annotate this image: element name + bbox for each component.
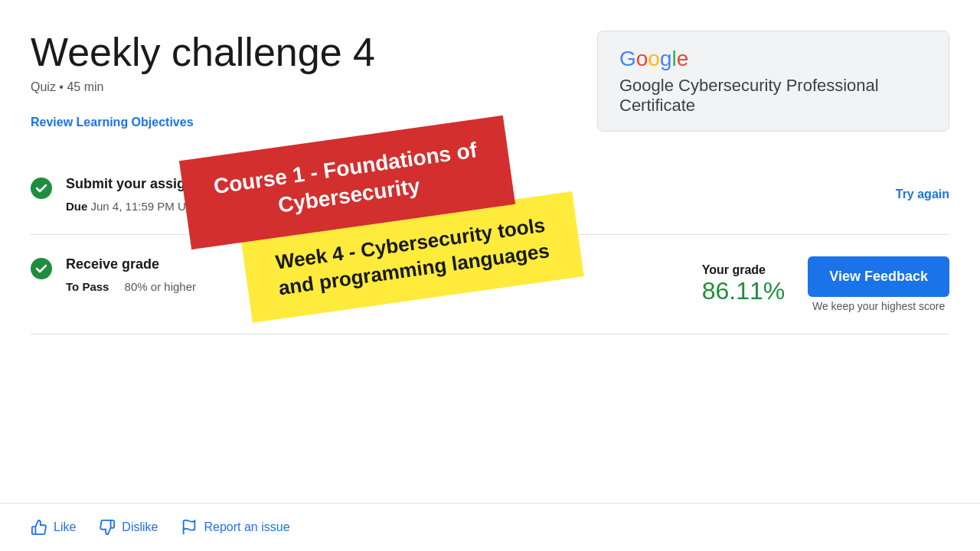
google-letter-g2: g xyxy=(660,47,672,70)
to-pass-value: 80% or higher xyxy=(125,280,196,293)
attempts-label-wrapper: Attempts 3 xyxy=(220,200,279,213)
grade-content: Receive grade To Pass 80% or higher xyxy=(66,256,702,293)
google-letter-g: G xyxy=(619,47,636,70)
attempts-label: Attempts xyxy=(220,200,270,213)
grade-row: Receive grade To Pass 80% or higher Your… xyxy=(31,235,949,334)
checkmark-svg xyxy=(35,182,47,194)
google-letter-e: e xyxy=(677,47,689,70)
report-label: Report an issue xyxy=(204,520,289,534)
google-logo: Google xyxy=(619,47,924,71)
page-container: Weekly challenge 4 Quiz • 45 min Review … xyxy=(0,0,980,551)
grade-check-icon xyxy=(31,258,52,279)
grade-checkmark-svg xyxy=(35,262,47,275)
high-score-note: We keep your highest score xyxy=(812,300,945,312)
submit-check-icon xyxy=(31,178,52,199)
to-pass-label: To Pass xyxy=(66,280,109,293)
like-label: Like xyxy=(54,520,76,534)
thumbs-up-icon xyxy=(31,519,47,536)
assignment-meta: Due Jun 4, 11:59 PM UTC Attempts 3 xyxy=(66,200,896,213)
to-pass-area: To Pass 80% or higher xyxy=(66,280,702,293)
assignment-title: Submit your assignment xyxy=(66,176,896,192)
flag-icon xyxy=(181,519,198,536)
assignment-row: Submit your assignment Due Jun 4, 11:59 … xyxy=(31,155,949,235)
dislike-button[interactable]: Dislike xyxy=(99,519,158,536)
review-learning-objectives-link[interactable]: Review Learning Objectives xyxy=(31,116,194,129)
report-issue-button[interactable]: Report an issue xyxy=(181,519,289,536)
assignment-content: Submit your assignment Due Jun 4, 11:59 … xyxy=(66,176,896,213)
grade-section: Your grade 86.11% View Feedback We keep … xyxy=(702,256,949,312)
grade-area: Your grade 86.11% xyxy=(702,263,786,305)
view-feedback-button[interactable]: View Feedback xyxy=(808,256,949,297)
try-again-link[interactable]: Try again xyxy=(896,187,949,201)
due-value: Jun 4, 11:59 PM UTC xyxy=(91,200,201,213)
due-label: Due xyxy=(66,200,87,213)
google-letter-o1: o xyxy=(636,47,648,70)
dislike-label: Dislike xyxy=(122,520,158,534)
view-feedback-container: View Feedback We keep your highest score xyxy=(808,256,949,312)
google-letter-o2: o xyxy=(648,47,660,70)
top-section: Weekly challenge 4 Quiz • 45 min Review … xyxy=(0,0,980,132)
grade-title: Receive grade xyxy=(66,256,702,272)
subtitle: Quiz • 45 min xyxy=(31,80,597,94)
due-label-wrapper: Due Jun 4, 11:59 PM UTC xyxy=(66,200,201,213)
attempts-value: 3 xyxy=(273,200,279,213)
page-title: Weekly challenge 4 xyxy=(31,31,597,74)
grade-value: 86.11% xyxy=(702,277,786,305)
your-grade-label: Your grade xyxy=(702,263,786,277)
certificate-name: Google Cybersecurity Professional Certif… xyxy=(619,76,924,116)
thumbs-down-icon xyxy=(99,519,116,536)
certificate-card: Google Google Cybersecurity Professional… xyxy=(597,31,949,132)
title-area: Weekly challenge 4 Quiz • 45 min Review … xyxy=(31,31,597,129)
main-content: Submit your assignment Due Jun 4, 11:59 … xyxy=(0,132,980,334)
bottom-bar: Like Dislike Report an issue xyxy=(0,503,980,551)
like-button[interactable]: Like xyxy=(31,519,76,536)
